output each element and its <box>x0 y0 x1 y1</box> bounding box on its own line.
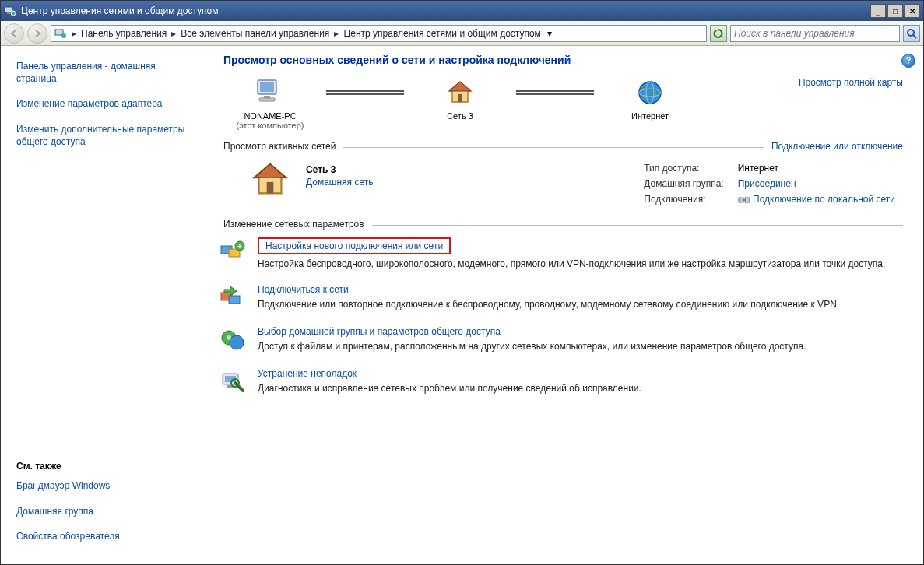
troubleshoot-icon <box>219 368 247 396</box>
breadcrumb-dropdown[interactable]: ▾ <box>543 26 557 41</box>
see-also-internet-options[interactable]: Свойства обозревателя <box>16 530 188 542</box>
back-button[interactable] <box>4 23 24 44</box>
search-box[interactable] <box>730 25 900 42</box>
svg-rect-1 <box>7 12 10 14</box>
active-network-info: Сеть 3 Домашняя сеть <box>306 160 373 208</box>
svg-point-26 <box>230 335 244 349</box>
svg-rect-8 <box>260 82 274 92</box>
task-connect-network-desc: Подключение или повторное подключение к … <box>258 298 903 311</box>
homegroup-icon <box>219 326 247 354</box>
breadcrumb-item[interactable]: Все элементы панели управления <box>181 28 329 39</box>
svg-rect-3 <box>55 30 63 35</box>
chevron-right-icon: ▸ <box>331 28 342 39</box>
forward-button[interactable] <box>27 23 47 44</box>
svg-point-2 <box>11 11 16 16</box>
computer-icon <box>255 77 286 108</box>
connections-label: Подключения: <box>638 192 729 206</box>
breadcrumb-icon <box>54 27 67 40</box>
breadcrumb-item[interactable]: Панель управления <box>81 28 167 39</box>
homegroup-label: Домашняя группа: <box>638 177 729 191</box>
breadcrumb[interactable]: ▸ Панель управления ▸ Все элементы панел… <box>51 25 707 42</box>
sidebar-link-home[interactable]: Панель управления - домашняя страница <box>16 60 188 85</box>
task-troubleshoot-desc: Диагностика и исправление сетевых пробле… <box>258 382 903 395</box>
svg-rect-15 <box>267 182 274 193</box>
map-pc-label: NONAME-PC <box>223 111 317 121</box>
search-button[interactable] <box>903 25 920 42</box>
svg-point-4 <box>61 33 66 38</box>
sidebar-link-advanced-sharing[interactable]: Изменить дополнительные параметры общего… <box>16 123 188 148</box>
search-input[interactable] <box>731 28 899 39</box>
active-networks-label: Просмотр активных сетей <box>223 141 343 152</box>
window-title: Центр управления сетями и общим доступом <box>21 5 870 16</box>
address-bar: ▸ Панель управления ▸ Все элементы панел… <box>1 21 923 46</box>
network-details: Тип доступа: Интернет Домашняя группа: П… <box>620 160 903 208</box>
minimize-button[interactable]: _ <box>870 4 886 18</box>
sidebar-link-adapter-settings[interactable]: Изменение параметров адаптера <box>16 97 188 110</box>
breadcrumb-item[interactable]: Центр управления сетями и общим доступом <box>343 28 541 39</box>
network-map: NONAME-PC (этот компьютер) Сеть 3 Интерн… <box>223 77 903 130</box>
sidebar: Панель управления - домашняя страница Из… <box>1 46 197 564</box>
change-settings-header: Изменение сетевых параметров <box>223 219 903 230</box>
maximize-button[interactable]: □ <box>887 4 903 18</box>
house-icon <box>250 160 290 200</box>
task-setup-connection-link[interactable]: Настройка нового подключения или сети <box>258 237 451 254</box>
map-node-pc: NONAME-PC (этот компьютер) <box>223 77 317 130</box>
globe-icon <box>634 77 666 108</box>
see-also: См. также Брандмауэр Windows Домашняя гр… <box>16 461 188 555</box>
map-node-network: Сеть 3 <box>413 77 507 121</box>
page-title: Просмотр основных сведений о сети и наст… <box>223 54 903 66</box>
map-node-internet: Интернет <box>603 77 697 121</box>
homegroup-link[interactable]: Присоединен <box>738 178 796 189</box>
connect-network-icon <box>219 284 247 312</box>
full-map-link-wrap: Просмотр полной карты <box>799 77 903 88</box>
svg-rect-11 <box>458 94 462 102</box>
setup-connection-icon: + <box>219 237 247 265</box>
see-also-homegroup[interactable]: Домашняя группа <box>16 505 188 518</box>
access-type-value: Интернет <box>732 161 901 175</box>
ethernet-icon <box>738 195 750 205</box>
svg-rect-24 <box>229 296 240 304</box>
map-pc-sub: (этот компьютер) <box>223 121 317 130</box>
connect-disconnect-link[interactable]: Подключение или отключение <box>764 141 903 152</box>
svg-rect-10 <box>259 98 275 101</box>
task-connect-network: Подключиться к сети Подключение или повт… <box>219 284 903 312</box>
task-homegroup-sharing-link[interactable]: Выбор домашней группы и параметров общег… <box>258 326 501 337</box>
task-homegroup-sharing-desc: Доступ к файлам и принтерам, расположенн… <box>258 340 903 353</box>
house-icon <box>444 77 476 108</box>
task-setup-connection-desc: Настройка беспроводного, широкополосного… <box>258 258 903 270</box>
network-name: Сеть 3 <box>306 164 373 175</box>
svg-text:+: + <box>237 242 242 251</box>
see-also-firewall[interactable]: Брандмауэр Windows <box>16 479 188 492</box>
tasks-list: + Настройка нового подключения или сети … <box>219 237 903 396</box>
window-buttons: _ □ ✕ <box>870 4 920 18</box>
map-connector <box>516 77 594 108</box>
main-panel: ? Просмотр основных сведений о сети и на… <box>197 46 923 564</box>
close-button[interactable]: ✕ <box>905 4 920 18</box>
map-net-label: Сеть 3 <box>413 111 507 121</box>
svg-point-5 <box>908 30 914 36</box>
refresh-button[interactable] <box>710 25 727 42</box>
help-icon[interactable]: ? <box>901 54 915 68</box>
connection-link[interactable]: Подключение по локальной сети <box>753 194 895 205</box>
svg-point-12 <box>639 82 661 104</box>
app-icon <box>4 5 16 17</box>
access-type-label: Тип доступа: <box>638 161 729 175</box>
map-connector <box>326 77 404 108</box>
task-troubleshoot: Устранение неполадок Диагностика и испра… <box>219 368 903 396</box>
chevron-right-icon: ▸ <box>69 28 79 39</box>
change-settings-label: Изменение сетевых параметров <box>223 219 372 230</box>
task-homegroup-sharing: Выбор домашней группы и параметров общег… <box>219 326 903 354</box>
active-networks-header: Просмотр активных сетей Подключение или … <box>223 141 903 152</box>
task-connect-network-link[interactable]: Подключиться к сети <box>258 284 349 295</box>
full-map-link[interactable]: Просмотр полной карты <box>799 77 903 88</box>
see-also-header: См. также <box>16 461 188 472</box>
task-troubleshoot-link[interactable]: Устранение неполадок <box>258 368 357 379</box>
task-setup-connection: + Настройка нового подключения или сети … <box>219 237 903 270</box>
network-type-link[interactable]: Домашняя сеть <box>306 177 373 188</box>
svg-rect-16 <box>739 198 743 202</box>
svg-line-6 <box>913 35 916 38</box>
content: Панель управления - домашняя страница Из… <box>1 46 923 564</box>
svg-rect-17 <box>745 198 750 202</box>
titlebar: Центр управления сетями и общим доступом… <box>1 1 923 21</box>
map-internet-label: Интернет <box>603 111 697 121</box>
